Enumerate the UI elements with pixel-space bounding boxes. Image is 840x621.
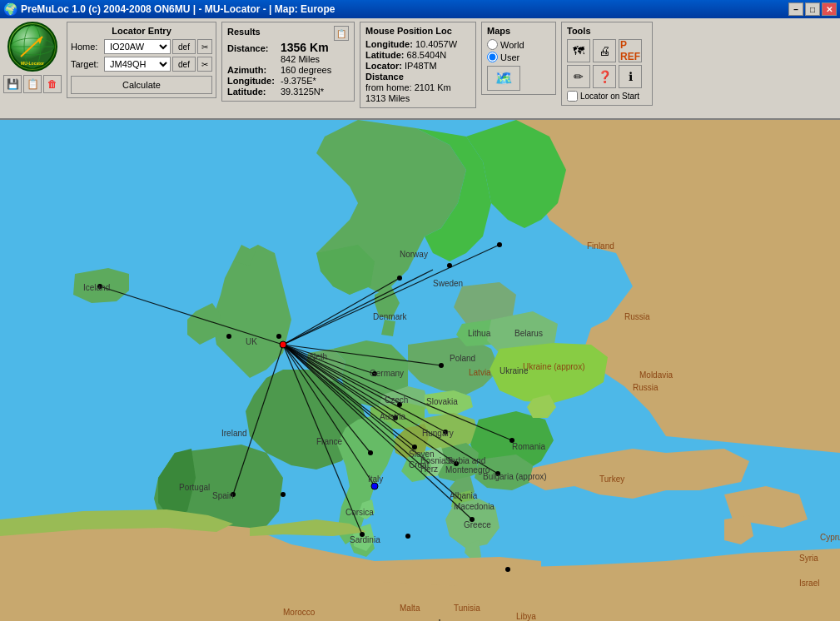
home-input[interactable]: IO20AW bbox=[104, 39, 171, 54]
herz-label: Herz bbox=[420, 465, 438, 474]
greece-label: Greece bbox=[464, 520, 491, 529]
tools-row1: 🗺 🖨 PREF bbox=[567, 39, 647, 62]
syria-label: Syria bbox=[799, 554, 818, 563]
minimize-button[interactable]: – bbox=[788, 2, 803, 16]
hungary-label: Hungary bbox=[422, 429, 454, 438]
portugal-label: Portugal bbox=[179, 483, 210, 492]
target-def-button[interactable]: def bbox=[172, 57, 196, 72]
azimuth-label: Azimuth: bbox=[227, 65, 277, 75]
window-title: PreMuLoc 1.0 (c) 2004-2008 ON6MU | - MU-… bbox=[21, 3, 335, 15]
home-dot bbox=[280, 341, 286, 348]
latitude-label: Latitude: bbox=[227, 87, 277, 97]
logo-bottom-buttons: 💾 📋 🗑 bbox=[3, 75, 62, 93]
locator-start-label: Locator on Start bbox=[580, 92, 639, 101]
latvia-label: Latvia bbox=[469, 368, 491, 377]
italy-label: Italy bbox=[368, 474, 383, 484]
tools-row2: ✏ ❓ ℹ bbox=[567, 65, 647, 88]
denmark-label: Denmark bbox=[373, 312, 408, 321]
mouse-longitude-value: 10.4057W bbox=[415, 39, 457, 49]
distance-label: Distance: bbox=[227, 43, 277, 53]
distance-miles: 842 Miles bbox=[281, 54, 329, 64]
svg-point-46 bbox=[281, 492, 286, 497]
neth-label: Neth. bbox=[310, 352, 330, 361]
austria-label: Austria bbox=[380, 412, 406, 421]
locator-start-row: Locator on Start bbox=[567, 91, 647, 102]
target-input[interactable]: JM49QH bbox=[104, 57, 171, 72]
results-panel: Results 📋 Distance: 1356 Km 842 Miles Az… bbox=[221, 22, 355, 102]
logo-area: MU-Locator 💾 📋 🗑 bbox=[3, 22, 62, 113]
svg-point-29 bbox=[226, 334, 231, 339]
target-dot bbox=[371, 483, 378, 489]
tool-info-button[interactable]: ℹ bbox=[619, 65, 642, 88]
target-clear-button[interactable]: ✂ bbox=[197, 57, 212, 72]
mouse-distance-miles-row: 1313 Miles bbox=[365, 93, 470, 103]
tool-config-button[interactable]: PREF bbox=[619, 39, 642, 62]
tool-grid-button[interactable]: 🗺 bbox=[567, 39, 590, 62]
sweden-label: Sweden bbox=[433, 279, 463, 288]
norway-label: Norway bbox=[400, 250, 428, 259]
svg-point-35 bbox=[439, 363, 444, 368]
world-radio[interactable] bbox=[487, 39, 498, 50]
svg-point-39 bbox=[368, 450, 373, 455]
germany-label: Germany bbox=[370, 369, 404, 378]
distance-row: Distance: 1356 Km 842 Miles bbox=[227, 41, 349, 64]
albania-label: Albania bbox=[450, 491, 478, 500]
russia2-label: Russia bbox=[633, 383, 659, 392]
slovakia-label: Slovakia bbox=[426, 397, 458, 406]
mold-label: Moldavia bbox=[639, 370, 673, 380]
corsica-label: Corsica bbox=[345, 508, 374, 517]
turkey-label: Turkey bbox=[599, 474, 624, 484]
mouse-distance-row: Distance bbox=[365, 72, 470, 82]
tool-help-button[interactable]: ❓ bbox=[593, 65, 616, 88]
tool-print-button[interactable]: 🖨 bbox=[593, 39, 616, 62]
tools-panel: Tools 🗺 🖨 PREF ✏ ❓ ℹ Locator on Start bbox=[561, 22, 653, 106]
svg-point-32 bbox=[447, 263, 452, 268]
latitude-value: 39.3125N* bbox=[281, 87, 324, 97]
maps-download-button[interactable]: 🗺️ bbox=[487, 66, 520, 91]
ukraine2-label: Ukraine bbox=[500, 366, 529, 375]
ukraine-label: Ukraine (approx) bbox=[523, 362, 584, 371]
maps-panel: Maps World User 🗺️ bbox=[481, 22, 556, 95]
israel-label: Israel bbox=[799, 579, 819, 588]
mouse-locator-row: Locator: IP48TM bbox=[365, 61, 470, 71]
cyprus-label: Cyprus bbox=[820, 533, 840, 542]
home-label: Home: bbox=[71, 42, 102, 52]
save-button[interactable]: 💾 bbox=[3, 75, 22, 93]
ireland-label: Ireland bbox=[221, 429, 247, 438]
locator-start-checkbox[interactable] bbox=[567, 91, 578, 102]
mouse-locator-value: IP48TM bbox=[405, 61, 437, 71]
mouse-pos-title: Mouse Position Loc bbox=[365, 26, 470, 36]
locator-entry-panel: Locator Entry Home: IO20AW def ✂ Target:… bbox=[67, 22, 216, 98]
lith-label: Lithua bbox=[468, 329, 491, 338]
map-area[interactable]: Russia Finland Poland Ukraine (approx) G… bbox=[0, 120, 840, 621]
maximize-button[interactable]: □ bbox=[805, 2, 820, 16]
copy-button[interactable]: 📋 bbox=[23, 75, 42, 93]
clear-button[interactable]: 🗑 bbox=[43, 75, 62, 93]
bulgaria-label: Bulgaria (approx) bbox=[483, 472, 547, 481]
user-radio[interactable] bbox=[487, 52, 498, 62]
sardinia-label: Sardinia bbox=[350, 535, 380, 544]
calculate-button[interactable]: Calculate bbox=[71, 76, 212, 94]
close-button[interactable]: ✕ bbox=[822, 2, 837, 16]
svg-text:MU-Locator: MU-Locator bbox=[21, 61, 44, 66]
latitude-row: Latitude: 39.3125N* bbox=[227, 87, 349, 97]
world-radio-row: World bbox=[487, 39, 550, 50]
france-label: France bbox=[316, 437, 343, 446]
tool-edit-button[interactable]: ✏ bbox=[567, 65, 590, 88]
tools-title: Tools bbox=[567, 26, 647, 36]
svg-point-30 bbox=[276, 334, 281, 339]
target-row: Target: JM49QH def ✂ bbox=[71, 57, 212, 72]
title-bar-controls: – □ ✕ bbox=[788, 2, 837, 16]
longitude-value: -9.375E* bbox=[281, 76, 316, 86]
belarus-label: Belarus bbox=[514, 329, 543, 338]
svg-point-33 bbox=[497, 242, 502, 247]
svg-point-48 bbox=[405, 534, 410, 539]
iceland-label: Iceland bbox=[83, 283, 110, 292]
finland-label: Finland bbox=[587, 241, 614, 251]
results-copy-button[interactable]: 📋 bbox=[334, 26, 349, 41]
toolbar: MU-Locator 💾 📋 🗑 Locator Entry Home: IO2… bbox=[0, 18, 840, 120]
home-clear-button[interactable]: ✂ bbox=[197, 39, 212, 54]
mouse-position-panel: Mouse Position Loc Longitude: 10.4057W L… bbox=[360, 22, 476, 108]
home-def-button[interactable]: def bbox=[172, 39, 196, 54]
svg-point-49 bbox=[505, 567, 510, 572]
